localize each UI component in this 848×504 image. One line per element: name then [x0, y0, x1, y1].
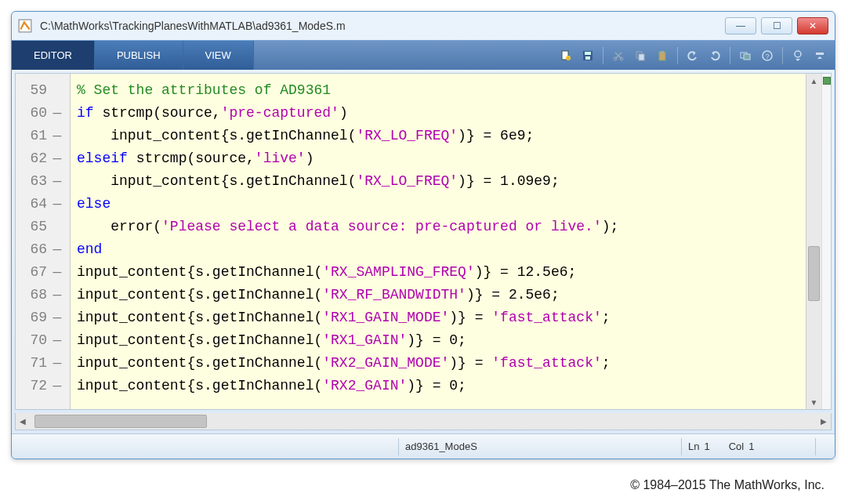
gutter-row[interactable]: 66—	[16, 237, 70, 260]
line-number: 60	[16, 105, 47, 121]
code-line[interactable]: % Set the attributes of AD9361	[77, 78, 799, 101]
titlebar[interactable]: C:\MathWorks\TrackingPlanesWithMATLAB\ad…	[12, 12, 835, 40]
code-line[interactable]: else	[77, 192, 799, 215]
breakpoint-dash[interactable]: —	[47, 105, 67, 121]
statusbar: ad9361_ModeS Ln 1 Col 1	[12, 433, 835, 459]
code-line[interactable]: input_content{s.getInChannel('RX1_GAIN_M…	[77, 306, 799, 328]
gutter-row[interactable]: 63—	[16, 169, 70, 192]
gutter-row[interactable]: 69—	[16, 306, 70, 328]
minimize-toolstrip-icon[interactable]	[810, 45, 830, 66]
breakpoint-dash[interactable]: —	[47, 310, 67, 325]
code-line[interactable]: input_content{s.getInChannel('RX1_GAIN')…	[77, 328, 799, 351]
hscroll-track[interactable]	[30, 413, 817, 430]
breakpoint-dash[interactable]: —	[47, 128, 67, 143]
code-line[interactable]: input_content{s.getInChannel('RX_LO_FREQ…	[77, 169, 799, 192]
status-filename[interactable]: ad9361_ModeS	[399, 441, 681, 452]
svg-rect-10	[639, 54, 644, 60]
copy-icon[interactable]	[630, 45, 650, 66]
code-analyzer-indicator[interactable]	[823, 77, 831, 85]
code-line[interactable]: input_content{s.getInChannel('RX2_GAIN_M…	[77, 351, 799, 374]
new-file-icon[interactable]: +	[556, 45, 576, 66]
breakpoint-dash[interactable]: —	[47, 196, 67, 212]
gutter-row[interactable]: 60—	[16, 101, 70, 124]
horizontal-scrollbar[interactable]: ◀ ▶	[15, 413, 832, 430]
ln-label: Ln	[688, 441, 699, 452]
editor-area: 5960—61—62—63—64—6566—67—68—69—70—71—72—…	[15, 73, 832, 410]
gutter-row[interactable]: 61—	[16, 124, 70, 147]
svg-rect-5	[585, 52, 591, 55]
line-number: 67	[16, 264, 47, 280]
line-number: 68	[16, 287, 47, 303]
line-number: 62	[16, 150, 47, 166]
gutter-row[interactable]: 72—	[16, 374, 70, 397]
gutter-row[interactable]: 68—	[16, 283, 70, 306]
gutter-row[interactable]: 70—	[16, 328, 70, 351]
breakpoint-dash[interactable]: —	[47, 332, 67, 348]
tab-editor[interactable]: EDITOR	[12, 41, 95, 70]
window-title: C:\MathWorks\TrackingPlanesWithMATLAB\ad…	[40, 20, 725, 32]
vertical-scrollbar[interactable]: ▲ ▼	[806, 74, 821, 409]
breakpoint-dash[interactable]: —	[47, 287, 67, 303]
hscroll-thumb[interactable]	[34, 415, 207, 428]
copyright-text: © 1984–2015 The MathWorks, Inc.	[0, 470, 848, 500]
code-line[interactable]: end	[77, 237, 799, 260]
line-number: 70	[16, 332, 47, 348]
col-label: Col	[729, 441, 745, 452]
svg-text:?: ?	[765, 53, 769, 60]
scroll-down-icon[interactable]: ▼	[806, 395, 821, 409]
line-number: 59	[16, 82, 47, 98]
tab-view[interactable]: VIEW	[183, 41, 254, 70]
breakpoint-dash[interactable]: —	[47, 173, 67, 189]
breakpoint-dash[interactable]: —	[47, 241, 67, 257]
gutter-row[interactable]: 65	[16, 215, 70, 237]
code-line[interactable]: if strcmp(source,'pre-captured')	[77, 101, 799, 124]
help-icon[interactable]: ?	[757, 45, 777, 66]
line-number: 66	[16, 241, 47, 257]
line-number: 71	[16, 355, 47, 371]
vscroll-thumb[interactable]	[808, 246, 820, 301]
window-controls: — ☐ ✕	[725, 17, 828, 34]
scroll-right-icon[interactable]: ▶	[817, 413, 831, 430]
code-line[interactable]: input_content{s.getInChannel('RX_LO_FREQ…	[77, 124, 799, 147]
code-line[interactable]: input_content{s.getInChannel('RX_SAMPLIN…	[77, 260, 799, 283]
status-position[interactable]: Ln 1 Col 1	[682, 441, 815, 452]
undo-icon[interactable]	[683, 45, 703, 66]
ln-value: 1	[704, 441, 709, 452]
code-line[interactable]: elseif strcmp(source,'live')	[77, 147, 799, 169]
code-line[interactable]: input_content{s.getInChannel('RX2_GAIN')…	[77, 374, 799, 397]
line-number: 65	[16, 219, 47, 234]
minimize-button[interactable]: —	[725, 17, 756, 34]
cut-icon[interactable]	[608, 45, 629, 66]
maximize-button[interactable]: ☐	[761, 17, 792, 34]
close-button[interactable]: ✕	[797, 17, 828, 34]
gutter-row[interactable]: 64—	[16, 192, 70, 215]
svg-rect-14	[744, 54, 750, 60]
svg-rect-18	[816, 53, 824, 55]
save-icon[interactable]	[578, 45, 598, 66]
actions-dropdown-icon[interactable]	[788, 45, 808, 66]
gutter-row[interactable]: 59	[16, 78, 70, 101]
code-area[interactable]: % Set the attributes of AD9361if strcmp(…	[71, 74, 806, 409]
code-line[interactable]: error('Please select a data source: pre-…	[77, 215, 799, 237]
breakpoint-dash[interactable]: —	[47, 150, 67, 166]
line-number: 69	[16, 310, 47, 325]
redo-icon[interactable]	[705, 45, 725, 66]
quick-actions: + ?	[551, 41, 835, 70]
line-number: 61	[16, 128, 47, 143]
breakpoint-dash[interactable]: —	[47, 378, 67, 393]
switch-windows-icon[interactable]	[735, 45, 756, 66]
tab-publish[interactable]: PUBLISH	[95, 41, 183, 70]
paste-icon[interactable]	[652, 45, 672, 66]
breakpoint-dash[interactable]: —	[47, 264, 67, 280]
breakpoint-dash[interactable]: —	[47, 355, 67, 371]
col-value: 1	[748, 441, 754, 452]
code-analyzer-strip[interactable]	[821, 74, 831, 409]
gutter-row[interactable]: 71—	[16, 351, 70, 374]
gutter-row[interactable]: 67—	[16, 260, 70, 283]
gutter-row[interactable]: 62—	[16, 147, 70, 169]
line-number: 72	[16, 378, 47, 393]
scroll-left-icon[interactable]: ◀	[16, 413, 30, 430]
code-line[interactable]: input_content{s.getInChannel('RX_RF_BAND…	[77, 283, 799, 306]
toolbar-separator	[782, 47, 783, 64]
scroll-up-icon[interactable]: ▲	[806, 74, 821, 88]
